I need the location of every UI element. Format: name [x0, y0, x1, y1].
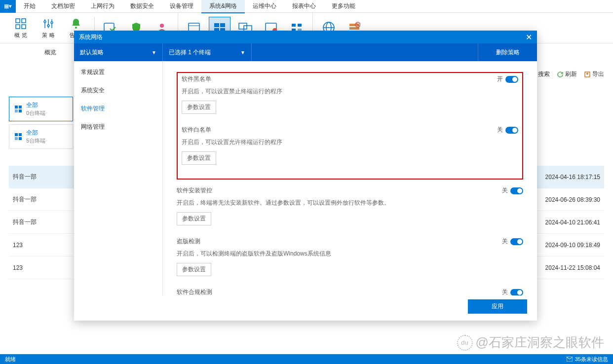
- menubar-item[interactable]: 运维中心: [245, 0, 284, 13]
- setting-block: 软件合规检测关开启后，可以检测终端是否安装指定软件。: [177, 288, 523, 295]
- chevron-down-icon: ▼: [152, 50, 156, 55]
- status-right-text: 35条未读信息: [575, 356, 608, 363]
- toggle-label: 关: [502, 186, 508, 195]
- sliders-icon: [41, 17, 55, 31]
- watermark-text: @石家庄洞察之眼软件: [476, 334, 604, 351]
- setting-block: 软件黑名单开开启后，可以设置禁止终端运行的程序参数设置: [182, 75, 518, 114]
- dropdown-label: 默认策略: [80, 48, 104, 57]
- modal-content: 软件黑名单开开启后，可以设置禁止终端运行的程序参数设置软件白名单关开启后，可以设…: [163, 61, 537, 295]
- menubar-item[interactable]: 系统&网络: [201, 0, 245, 13]
- toggle-label: 关: [497, 126, 503, 134]
- refresh-button[interactable]: 刷新: [557, 70, 577, 78]
- grid-icon: [14, 133, 22, 141]
- delete-strategy-button[interactable]: 删除策略: [478, 43, 537, 61]
- strategy-dropdown[interactable]: 默认策略 ▼: [74, 43, 163, 61]
- modal-nav-item[interactable]: 软件管理: [74, 100, 162, 118]
- tree-item[interactable]: 全部5台终端: [9, 124, 73, 149]
- setting-title: 软件安装管控: [177, 186, 212, 195]
- svg-rect-24: [298, 24, 302, 27]
- modal-body: 常规设置系统安全软件管理网络管理 软件黑名单开开启后，可以设置禁止终端运行的程序…: [74, 61, 537, 295]
- menubar-item[interactable]: 文档加密: [43, 0, 83, 13]
- menubar-item[interactable]: 报表中心: [284, 0, 324, 13]
- row-name: 抖音一部: [13, 195, 37, 204]
- setting-title: 软件合规检测: [177, 288, 212, 295]
- bell-icon: [69, 17, 83, 31]
- paw-icon: du: [457, 335, 473, 351]
- row-time: 2024-06-26 08:39:30: [545, 196, 600, 203]
- setting-block: 盗版检测关开启后，可以检测终端的盗版软件及盗版Windows系统信息参数设置: [177, 237, 523, 276]
- svg-rect-2: [16, 25, 20, 29]
- setting-desc: 开启后，终端将无法安装新软件。通过参数设置，可以设置例外放行软件等参数。: [177, 199, 523, 207]
- svg-rect-23: [292, 24, 296, 27]
- export-button[interactable]: 导出: [584, 70, 604, 78]
- menubar-item[interactable]: 上网行为: [83, 0, 122, 13]
- message-icon: [567, 357, 573, 362]
- svg-rect-15: [214, 23, 219, 27]
- menubar: ▦▾ 开始文档加密上网行为数据安全设备管理系统&网络运维中心报表中心更多功能: [0, 0, 613, 13]
- grid-icon: [14, 17, 28, 31]
- chevron-down-icon: ▼: [240, 50, 245, 55]
- modal-subheader: 默认策略 ▼ 已选择 1 个终端 ▼ 删除策略: [74, 43, 537, 61]
- modal-nav-item[interactable]: 系统安全: [74, 81, 162, 100]
- close-icon[interactable]: ✕: [526, 33, 532, 42]
- modal-titlebar: 系统网络 ✕: [74, 31, 537, 43]
- param-settings-button[interactable]: 参数设置: [177, 212, 211, 225]
- svg-rect-43: [19, 133, 22, 136]
- ribbon-btn-strategy[interactable]: 策 略: [36, 15, 61, 41]
- watermark: du @石家庄洞察之眼软件: [457, 334, 604, 351]
- svg-rect-19: [239, 23, 247, 29]
- setting-title: 软件黑名单: [182, 75, 211, 83]
- svg-rect-40: [15, 109, 18, 112]
- toggle-wrap: 关: [502, 237, 523, 246]
- setting-desc: 开启后，可以检测终端的盗版软件及盗版Windows系统信息: [177, 250, 523, 258]
- modal-nav-item[interactable]: 网络管理: [74, 118, 162, 136]
- toggle-switch[interactable]: [510, 289, 523, 296]
- ribbon-btn-overview[interactable]: 概 览: [8, 15, 34, 41]
- svg-rect-0: [16, 19, 20, 23]
- tree-panel: 全部0台终端全部5台终端: [9, 97, 73, 152]
- menubar-item[interactable]: 开始: [16, 0, 43, 13]
- row-name: 123: [13, 264, 23, 271]
- toggle-switch[interactable]: [505, 127, 518, 134]
- terminal-dropdown[interactable]: 已选择 1 个终端 ▼: [163, 43, 252, 61]
- param-settings-button[interactable]: 参数设置: [182, 151, 216, 165]
- param-settings-button[interactable]: 参数设置: [182, 101, 216, 114]
- tree-item[interactable]: 全部0台终端: [9, 97, 73, 121]
- svg-point-8: [47, 25, 49, 27]
- ribbon-label: 策 略: [42, 32, 54, 39]
- svg-point-12: [160, 24, 164, 28]
- modal-title-text: 系统网络: [79, 33, 103, 41]
- svg-point-10: [75, 27, 77, 29]
- setting-block: 软件安装管控关开启后，终端将无法安装新软件。通过参数设置，可以设置例外放行软件等…: [177, 186, 523, 225]
- toggle-wrap: 关: [502, 186, 523, 195]
- modal-sub-spacer: [252, 43, 478, 61]
- app-icon[interactable]: ▦▾: [0, 0, 16, 13]
- toolbar-label: 刷新: [565, 70, 577, 78]
- menubar-item[interactable]: 更多功能: [324, 0, 363, 13]
- system-network-modal: 系统网络 ✕ 默认策略 ▼ 已选择 1 个终端 ▼ 删除策略 常规设置系统安全软…: [74, 31, 537, 321]
- tree-sublabel: 0台终端: [26, 109, 45, 117]
- row-name: 抖音一部: [13, 173, 37, 181]
- toggle-wrap: 关: [497, 126, 518, 134]
- menubar-item[interactable]: 设备管理: [162, 0, 201, 13]
- status-right[interactable]: 35条未读信息: [567, 356, 608, 363]
- param-settings-button[interactable]: 参数设置: [177, 263, 211, 276]
- toggle-switch[interactable]: [510, 187, 523, 194]
- toggle-switch[interactable]: [505, 76, 518, 83]
- row-name: 抖音一部: [13, 218, 37, 226]
- highlight-box: 软件黑名单开开启后，可以设置禁止终端运行的程序参数设置软件白名单关开启后，可以设…: [177, 72, 523, 180]
- ribbon-label: 概 览: [14, 32, 27, 39]
- svg-rect-16: [220, 23, 225, 27]
- svg-rect-38: [15, 106, 18, 109]
- apply-button[interactable]: 应用: [468, 299, 527, 314]
- row-time: 2024-04-16 18:17:15: [545, 174, 600, 181]
- toggle-wrap: 关: [502, 288, 523, 295]
- refresh-icon: [557, 71, 564, 78]
- grid-icon: [14, 105, 22, 113]
- toggle-switch[interactable]: [510, 238, 523, 245]
- svg-rect-1: [22, 19, 26, 23]
- modal-nav-item[interactable]: 常规设置: [74, 63, 162, 81]
- menubar-item[interactable]: 数据安全: [122, 0, 162, 13]
- setting-desc: 开启后，可以设置禁止终端运行的程序: [182, 87, 518, 96]
- toggle-label: 开: [497, 75, 503, 83]
